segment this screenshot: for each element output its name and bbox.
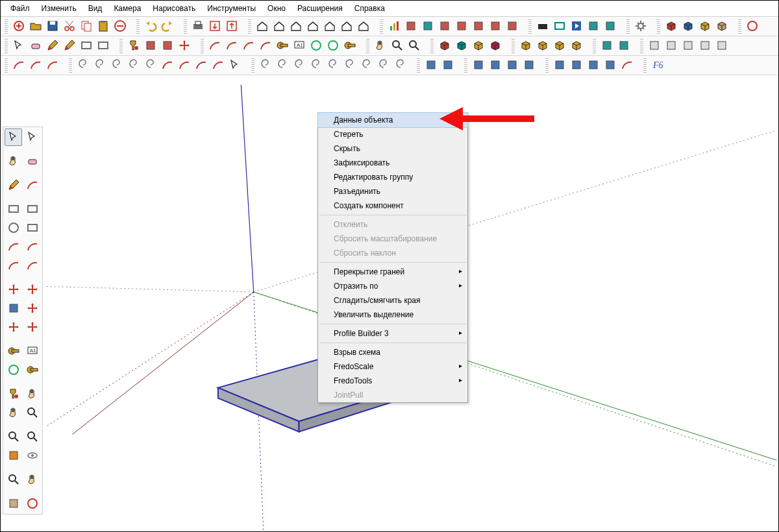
- sweep-1-button[interactable]: [159, 57, 175, 73]
- pencil-alt-button[interactable]: [61, 38, 77, 54]
- snap-1-button[interactable]: [423, 57, 439, 73]
- clip-3-button[interactable]: [680, 38, 696, 54]
- mirror-v-button[interactable]: [568, 57, 584, 73]
- toolbar-grip[interactable]: [738, 19, 741, 34]
- open-file-button[interactable]: [27, 18, 43, 34]
- ctx-item-19[interactable]: Взрыв схема: [318, 345, 467, 359]
- spiral-f-button[interactable]: [341, 57, 358, 73]
- cut-button[interactable]: [61, 18, 77, 34]
- solid-4-button[interactable]: [568, 38, 584, 54]
- clip-1-button[interactable]: [646, 38, 662, 54]
- mirror-h-button[interactable]: [551, 57, 567, 73]
- target-button[interactable]: [744, 18, 760, 34]
- toolbar-grip[interactable]: [380, 19, 383, 34]
- coil-1-button[interactable]: [358, 57, 375, 73]
- ctx-item-15[interactable]: Увеличить выделение: [318, 308, 467, 322]
- shape-diamond-button[interactable]: [78, 38, 94, 54]
- sweep-3-button[interactable]: [193, 57, 209, 73]
- offset-tool[interactable]: [23, 281, 41, 298]
- toolbar-grip[interactable]: [528, 19, 532, 34]
- select-window-tool[interactable]: [23, 128, 41, 146]
- spiral-2-button[interactable]: [92, 57, 108, 73]
- zoom-button[interactable]: [389, 38, 405, 54]
- curve-1-button[interactable]: [10, 57, 27, 73]
- curve-2-button[interactable]: [27, 57, 43, 73]
- menu-help[interactable]: Справка: [349, 3, 391, 14]
- books-button[interactable]: [487, 18, 503, 34]
- coil-2-button[interactable]: [375, 57, 391, 73]
- undo-button[interactable]: [142, 18, 158, 34]
- solid-3-button[interactable]: [551, 38, 567, 54]
- menu-ext[interactable]: Расширения: [291, 3, 349, 14]
- ctx-item-6[interactable]: Создать компонент: [318, 199, 467, 213]
- dimension-button[interactable]: [341, 38, 358, 54]
- copy-button[interactable]: [78, 18, 94, 34]
- move-tool[interactable]: [5, 281, 22, 298]
- monitor-button[interactable]: [551, 18, 567, 34]
- toolbar-grip[interactable]: [184, 19, 187, 34]
- ctx-item-13[interactable]: Отразить по: [318, 279, 467, 293]
- target-final-tool[interactable]: [23, 495, 41, 513]
- clip-5-button[interactable]: [713, 38, 730, 54]
- toolbar-grip[interactable]: [417, 58, 420, 73]
- toolbar-grip[interactable]: [366, 39, 369, 53]
- house-5-button[interactable]: [321, 18, 338, 34]
- plugin-teal-button[interactable]: [419, 18, 436, 34]
- toolbar-grip[interactable]: [640, 39, 643, 53]
- arc-2-button[interactable]: [223, 38, 240, 54]
- toolbar-grip[interactable]: [657, 19, 660, 34]
- move-red-button[interactable]: [176, 38, 192, 54]
- export-button[interactable]: [223, 18, 240, 34]
- sticker-1-button[interactable]: [142, 38, 158, 54]
- text-tool[interactable]: A1: [23, 343, 41, 360]
- box-blue-button[interactable]: [680, 18, 696, 34]
- zoom-extents-button[interactable]: [406, 38, 422, 54]
- toolbar-grip[interactable]: [119, 39, 123, 53]
- look-tool[interactable]: [23, 404, 41, 422]
- section-tool[interactable]: [5, 447, 22, 465]
- spiral-5-button[interactable]: [142, 57, 158, 73]
- toolbar-grip[interactable]: [136, 19, 140, 34]
- rotate-cw-button[interactable]: [585, 57, 601, 73]
- solid-2-button[interactable]: [534, 38, 550, 54]
- eye-tool[interactable]: [23, 447, 41, 465]
- ctx-item-17[interactable]: Profile Builder 3: [318, 326, 467, 341]
- ctx-item-14[interactable]: Сгладить/смягчить края: [318, 293, 467, 308]
- gem-gold-button[interactable]: [470, 38, 486, 54]
- push-tool[interactable]: [23, 319, 41, 336]
- arrows-ud-button[interactable]: [487, 57, 503, 73]
- box-red-button[interactable]: [663, 18, 679, 34]
- toolbar-grip[interactable]: [545, 58, 549, 73]
- toolbar-grip[interactable]: [430, 39, 434, 53]
- toolbar-grip[interactable]: [512, 39, 515, 53]
- spiral-3-button[interactable]: [108, 57, 125, 73]
- arc-1-button[interactable]: [206, 38, 223, 54]
- gem-teal-button[interactable]: [453, 38, 469, 54]
- align-sq-button[interactable]: [521, 57, 537, 73]
- menu-tools[interactable]: Инструменты: [201, 3, 262, 14]
- house-7-button[interactable]: [355, 18, 371, 34]
- house-1-button[interactable]: [254, 18, 270, 34]
- spiral-e-button[interactable]: [325, 57, 341, 73]
- align-v-button[interactable]: [470, 57, 486, 73]
- fold-button[interactable]: [453, 18, 469, 34]
- orbit-tool[interactable]: [5, 404, 22, 422]
- snap-2-button[interactable]: [439, 57, 456, 73]
- ctx-item-4[interactable]: Редактировать группу: [318, 170, 467, 184]
- paste-button[interactable]: [95, 18, 111, 34]
- toolbar-grip[interactable]: [201, 39, 204, 53]
- select-box-button[interactable]: [227, 57, 243, 73]
- menu-window[interactable]: Окно: [262, 3, 291, 14]
- redo-button[interactable]: [159, 18, 175, 34]
- offset-tool-tool[interactable]: [5, 319, 22, 336]
- menu-camera[interactable]: Камера: [108, 3, 147, 14]
- toolbar-grip[interactable]: [626, 19, 630, 34]
- spiral-c-button[interactable]: [291, 57, 307, 73]
- pan-tool[interactable]: [5, 428, 22, 446]
- toolbar-grip[interactable]: [251, 58, 254, 73]
- layers-2-button[interactable]: [615, 38, 632, 54]
- ctx-item-21[interactable]: FredoTools: [318, 374, 467, 388]
- shoe-tool[interactable]: [5, 495, 22, 513]
- arc-4-button[interactable]: [257, 38, 273, 54]
- settings-button[interactable]: [632, 18, 649, 34]
